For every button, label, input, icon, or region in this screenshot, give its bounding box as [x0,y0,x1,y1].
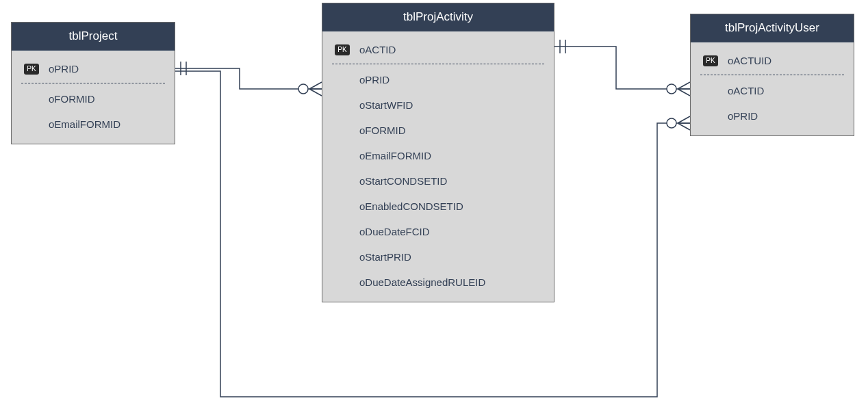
column-row[interactable]: oEmailFORMID [17,112,169,137]
pk-divider [332,64,544,64]
column-row[interactable]: oPRID [696,103,848,129]
svg-line-3 [309,82,322,89]
entity-tblprojactivityuser[interactable]: tblProjActivityUser PK oACTUID oACTID oP… [690,14,854,136]
column-row-pk[interactable]: PK oPRID [17,56,169,81]
entity-title: tblProjActivity [322,3,554,31]
column-row[interactable]: oStartCONDSETID [328,168,548,194]
column-name: oFORMID [42,93,95,105]
column-name: oEnabledCONDSETID [353,200,463,212]
svg-point-12 [667,118,676,128]
column-name: oFORMID [353,125,406,136]
column-name: oACTUID [721,55,771,66]
column-name: oStartCONDSETID [353,175,447,187]
column-row[interactable]: oFORMID [328,118,548,143]
column-name: oPRID [353,74,390,86]
svg-line-13 [678,116,690,123]
column-row[interactable]: oACTID [696,78,848,103]
entity-body: PK oPRID oFORMID oEmailFORMID [12,51,175,144]
column-name: oPRID [721,110,758,122]
column-row[interactable]: oEnabledCONDSETID [328,194,548,219]
entity-body: PK oACTUID oACTID oPRID [691,42,854,135]
pk-divider [21,83,165,83]
column-name: oStartWFID [353,99,413,111]
column-name: oEmailFORMID [353,150,431,161]
column-name: oACTID [721,85,764,96]
svg-line-9 [678,82,690,89]
column-row[interactable]: oDueDateAssignedRULEID [328,270,548,295]
svg-point-8 [667,84,676,94]
column-row[interactable]: oDueDateFCID [328,219,548,244]
pk-divider [700,75,844,75]
column-row[interactable]: oStartPRID [328,244,548,270]
svg-line-15 [678,123,690,130]
column-name: oDueDateAssignedRULEID [353,276,485,288]
entity-tblproject[interactable]: tblProject PK oPRID oFORMID oEmailFORMID [11,22,175,144]
column-row[interactable]: oFORMID [17,86,169,112]
entity-title: tblProject [12,23,175,51]
svg-line-11 [678,89,690,96]
entity-body: PK oACTID oPRID oStartWFID oFORMID oEmai… [322,31,554,302]
erd-canvas: tblProject PK oPRID oFORMID oEmailFORMID… [0,0,868,405]
svg-point-2 [298,84,308,94]
entity-title: tblProjActivityUser [691,14,854,42]
column-row[interactable]: oStartWFID [328,92,548,118]
column-row[interactable]: oPRID [328,67,548,92]
column-row-pk[interactable]: PK oACTUID [696,48,848,73]
column-name: oPRID [42,63,79,75]
column-row[interactable]: oEmailFORMID [328,143,548,168]
column-row-pk[interactable]: PK oACTID [328,37,548,62]
column-name: oEmailFORMID [42,118,120,130]
svg-line-5 [309,89,322,96]
entity-tblprojactivity[interactable]: tblProjActivity PK oACTID oPRID oStartWF… [322,3,554,302]
pk-icon: PK [21,64,42,75]
column-name: oDueDateFCID [353,226,430,237]
column-name: oStartPRID [353,251,411,263]
column-name: oACTID [353,44,396,55]
pk-icon: PK [700,55,721,66]
pk-icon: PK [332,44,353,55]
